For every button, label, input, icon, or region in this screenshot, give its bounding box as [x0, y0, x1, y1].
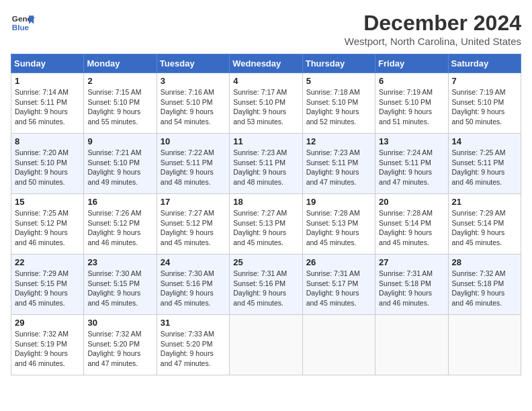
weekday-cell: Tuesday	[157, 54, 229, 73]
day-number: 4	[233, 76, 298, 86]
weekday-cell: Thursday	[302, 54, 375, 73]
day-number: 1	[15, 76, 80, 86]
calendar-day-cell: 29Sunrise: 7:32 AMSunset: 5:19 PMDayligh…	[11, 315, 84, 375]
calendar-day-cell: 4Sunrise: 7:17 AMSunset: 5:10 PMDaylight…	[230, 73, 302, 134]
calendar-day-cell: 19Sunrise: 7:28 AMSunset: 5:13 PMDayligh…	[302, 194, 375, 255]
calendar-day-cell: 14Sunrise: 7:25 AMSunset: 5:11 PMDayligh…	[448, 134, 521, 194]
day-number: 16	[87, 197, 152, 207]
day-number: 9	[87, 136, 152, 146]
day-number: 18	[233, 197, 298, 207]
day-info: Sunrise: 7:32 AMSunset: 5:18 PMDaylight:…	[452, 269, 517, 308]
day-info: Sunrise: 7:33 AMSunset: 5:20 PMDaylight:…	[161, 329, 226, 369]
weekday-cell: Sunday	[11, 54, 84, 73]
title-area: December 2024 Westport, North Carolina, …	[345, 11, 521, 47]
calendar-day-cell: 23Sunrise: 7:30 AMSunset: 5:15 PMDayligh…	[84, 255, 157, 315]
calendar-day-cell	[230, 315, 302, 375]
calendar-body: 1Sunrise: 7:14 AMSunset: 5:11 PMDaylight…	[11, 73, 521, 375]
weekday-header: SundayMondayTuesdayWednesdayThursdayFrid…	[11, 54, 521, 73]
day-info: Sunrise: 7:17 AMSunset: 5:10 PMDaylight:…	[233, 87, 298, 127]
day-info: Sunrise: 7:20 AMSunset: 5:10 PMDaylight:…	[15, 148, 80, 187]
weekday-cell: Wednesday	[230, 54, 302, 73]
calendar-day-cell: 31Sunrise: 7:33 AMSunset: 5:20 PMDayligh…	[157, 315, 229, 375]
logo-icon: General Blue	[11, 11, 35, 35]
calendar-day-cell: 26Sunrise: 7:31 AMSunset: 5:17 PMDayligh…	[302, 255, 375, 315]
day-info: Sunrise: 7:32 AMSunset: 5:20 PMDaylight:…	[87, 329, 152, 369]
day-number: 17	[161, 197, 226, 207]
day-info: Sunrise: 7:24 AMSunset: 5:11 PMDaylight:…	[379, 148, 444, 187]
calendar-day-cell: 12Sunrise: 7:23 AMSunset: 5:11 PMDayligh…	[302, 134, 375, 194]
day-number: 29	[15, 318, 80, 328]
weekday-cell: Monday	[84, 54, 157, 73]
calendar-day-cell: 24Sunrise: 7:30 AMSunset: 5:16 PMDayligh…	[157, 255, 229, 315]
day-number: 6	[379, 76, 444, 86]
day-number: 22	[15, 257, 80, 267]
calendar-day-cell: 1Sunrise: 7:14 AMSunset: 5:11 PMDaylight…	[11, 73, 84, 134]
calendar-week-row: 15Sunrise: 7:25 AMSunset: 5:12 PMDayligh…	[11, 194, 521, 255]
calendar-day-cell	[448, 315, 521, 375]
calendar-day-cell	[302, 315, 375, 375]
day-number: 21	[452, 197, 517, 207]
calendar-day-cell: 5Sunrise: 7:18 AMSunset: 5:10 PMDaylight…	[302, 73, 375, 134]
day-number: 15	[15, 197, 80, 207]
logo: General Blue	[11, 11, 35, 35]
day-info: Sunrise: 7:22 AMSunset: 5:11 PMDaylight:…	[161, 148, 226, 187]
day-number: 20	[379, 197, 444, 207]
day-info: Sunrise: 7:30 AMSunset: 5:16 PMDaylight:…	[161, 269, 226, 308]
calendar-day-cell: 27Sunrise: 7:31 AMSunset: 5:18 PMDayligh…	[375, 255, 448, 315]
location-title: Westport, North Carolina, United States	[345, 36, 521, 47]
calendar-day-cell: 6Sunrise: 7:19 AMSunset: 5:10 PMDaylight…	[375, 73, 448, 134]
day-info: Sunrise: 7:21 AMSunset: 5:10 PMDaylight:…	[87, 148, 152, 187]
day-number: 2	[87, 76, 152, 86]
calendar-day-cell: 17Sunrise: 7:27 AMSunset: 5:12 PMDayligh…	[157, 194, 229, 255]
day-number: 23	[87, 257, 152, 267]
calendar-day-cell: 25Sunrise: 7:31 AMSunset: 5:16 PMDayligh…	[230, 255, 302, 315]
calendar-day-cell: 16Sunrise: 7:26 AMSunset: 5:12 PMDayligh…	[84, 194, 157, 255]
day-info: Sunrise: 7:27 AMSunset: 5:13 PMDaylight:…	[233, 208, 298, 248]
calendar-day-cell: 11Sunrise: 7:23 AMSunset: 5:11 PMDayligh…	[230, 134, 302, 194]
day-number: 24	[161, 257, 226, 267]
day-info: Sunrise: 7:26 AMSunset: 5:12 PMDaylight:…	[87, 208, 152, 248]
day-number: 26	[306, 257, 371, 267]
day-info: Sunrise: 7:29 AMSunset: 5:14 PMDaylight:…	[452, 208, 517, 248]
day-info: Sunrise: 7:28 AMSunset: 5:14 PMDaylight:…	[379, 208, 444, 248]
day-number: 10	[161, 136, 226, 146]
svg-text:Blue: Blue	[12, 23, 30, 32]
weekday-cell: Saturday	[448, 54, 521, 73]
day-info: Sunrise: 7:14 AMSunset: 5:11 PMDaylight:…	[15, 87, 80, 127]
calendar-day-cell: 2Sunrise: 7:15 AMSunset: 5:10 PMDaylight…	[84, 73, 157, 134]
day-number: 27	[379, 257, 444, 267]
calendar-day-cell: 9Sunrise: 7:21 AMSunset: 5:10 PMDaylight…	[84, 134, 157, 194]
day-info: Sunrise: 7:15 AMSunset: 5:10 PMDaylight:…	[87, 87, 152, 127]
calendar-week-row: 1Sunrise: 7:14 AMSunset: 5:11 PMDaylight…	[11, 73, 521, 134]
day-number: 11	[233, 136, 298, 146]
calendar: SundayMondayTuesdayWednesdayThursdayFrid…	[11, 54, 521, 375]
header: General Blue December 2024 Westport, Nor…	[11, 11, 521, 47]
day-info: Sunrise: 7:19 AMSunset: 5:10 PMDaylight:…	[452, 87, 517, 127]
day-info: Sunrise: 7:31 AMSunset: 5:17 PMDaylight:…	[306, 269, 371, 308]
month-title: December 2024	[345, 11, 521, 36]
day-number: 31	[161, 318, 226, 328]
day-info: Sunrise: 7:25 AMSunset: 5:12 PMDaylight:…	[15, 208, 80, 248]
calendar-day-cell: 7Sunrise: 7:19 AMSunset: 5:10 PMDaylight…	[448, 73, 521, 134]
day-info: Sunrise: 7:25 AMSunset: 5:11 PMDaylight:…	[452, 148, 517, 187]
day-number: 12	[306, 136, 371, 146]
day-number: 19	[306, 197, 371, 207]
day-number: 5	[306, 76, 371, 86]
calendar-day-cell: 22Sunrise: 7:29 AMSunset: 5:15 PMDayligh…	[11, 255, 84, 315]
calendar-week-row: 8Sunrise: 7:20 AMSunset: 5:10 PMDaylight…	[11, 134, 521, 194]
calendar-day-cell: 10Sunrise: 7:22 AMSunset: 5:11 PMDayligh…	[157, 134, 229, 194]
calendar-day-cell: 28Sunrise: 7:32 AMSunset: 5:18 PMDayligh…	[448, 255, 521, 315]
day-info: Sunrise: 7:31 AMSunset: 5:18 PMDaylight:…	[379, 269, 444, 308]
calendar-week-row: 29Sunrise: 7:32 AMSunset: 5:19 PMDayligh…	[11, 315, 521, 375]
day-info: Sunrise: 7:19 AMSunset: 5:10 PMDaylight:…	[379, 87, 444, 127]
calendar-week-row: 22Sunrise: 7:29 AMSunset: 5:15 PMDayligh…	[11, 255, 521, 315]
calendar-day-cell: 15Sunrise: 7:25 AMSunset: 5:12 PMDayligh…	[11, 194, 84, 255]
day-info: Sunrise: 7:30 AMSunset: 5:15 PMDaylight:…	[87, 269, 152, 308]
day-number: 25	[233, 257, 298, 267]
calendar-day-cell: 20Sunrise: 7:28 AMSunset: 5:14 PMDayligh…	[375, 194, 448, 255]
calendar-day-cell	[375, 315, 448, 375]
calendar-day-cell: 18Sunrise: 7:27 AMSunset: 5:13 PMDayligh…	[230, 194, 302, 255]
day-info: Sunrise: 7:31 AMSunset: 5:16 PMDaylight:…	[233, 269, 298, 308]
day-number: 13	[379, 136, 444, 146]
day-info: Sunrise: 7:32 AMSunset: 5:19 PMDaylight:…	[15, 329, 80, 369]
